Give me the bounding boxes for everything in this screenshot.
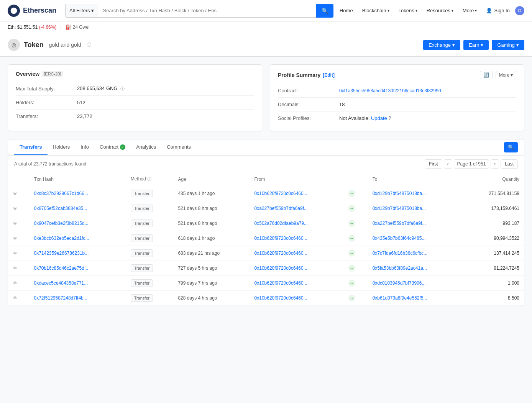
tab-contract[interactable]: Contract ✓: [94, 139, 131, 155]
row-eye-icon[interactable]: 👁: [13, 191, 18, 197]
row-eye-icon[interactable]: 👁: [13, 251, 18, 256]
next-page-button[interactable]: ›: [491, 159, 499, 169]
nav-more-caret: ▾: [475, 8, 477, 13]
row-hash-link[interactable]: 0x70b16c85d46c2ae75d...: [34, 265, 88, 271]
search-button[interactable]: 🔍: [316, 4, 333, 18]
row-hash-link[interactable]: 0xe3bcb632eb5eca2d1fc...: [34, 236, 89, 241]
row-eye-icon[interactable]: 👁: [13, 280, 18, 286]
earn-button[interactable]: Earn ▾: [463, 40, 489, 50]
first-page-button[interactable]: First: [425, 159, 442, 169]
row-eye-cell: 👁: [8, 201, 29, 216]
row-hash-cell: 0xe3bcb632eb5eca2d1fc...: [29, 231, 126, 246]
row-eye-icon[interactable]: 👁: [13, 265, 18, 271]
row-method-badge: Transfer: [131, 294, 153, 302]
row-from-link[interactable]: 0x10b620f9720c0c6460...: [255, 251, 307, 256]
nav-home[interactable]: Home: [336, 5, 357, 16]
row-eye-cell: 👁: [8, 216, 29, 231]
row-arrow-cell: →: [344, 291, 368, 306]
profile-more-button[interactable]: 🔄: [480, 71, 493, 79]
col-hash: Txn Hash: [29, 172, 126, 186]
table-row: 👁 0x7142359e266786231b... Transfer 683 d…: [8, 246, 524, 261]
row-from-link[interactable]: 0x10b620f9720c0c6460...: [255, 265, 307, 271]
row-from-link[interactable]: 0x10b620f9720c0c6460...: [255, 191, 307, 196]
row-method-cell: Transfer: [126, 261, 174, 276]
row-age-cell: 799 days 7 hrs ago: [173, 276, 250, 291]
row-from-cell: 0x10b620f9720c0c6460...: [250, 276, 344, 291]
row-to-link[interactable]: 0x435e5b7b63f64c9485...: [373, 236, 426, 241]
row-to-link[interactable]: 0x5fa53bb60f89e2ac41a...: [373, 265, 427, 271]
tab-info[interactable]: Info: [75, 139, 94, 155]
token-subtitle: gold and gold: [49, 42, 81, 48]
row-to-link[interactable]: 0xdc0103945d7bf73906...: [373, 280, 426, 286]
nav-resources[interactable]: Resources ▾: [423, 5, 457, 16]
row-hash-cell: 0x9047cefb3e2f3b8215d...: [29, 216, 126, 231]
row-method-badge: Transfer: [131, 190, 153, 197]
row-hash-cell: 0x7142359e266786231b...: [29, 246, 126, 261]
logo[interactable]: Etherscan: [8, 5, 56, 17]
row-from-cell: 0x502a76d02dfaeb9a79...: [250, 216, 344, 231]
row-hash-link[interactable]: 0xd8c37b2929667c1d66...: [34, 191, 88, 196]
row-eye-icon[interactable]: 👁: [13, 206, 18, 211]
token-info-icon[interactable]: ⓘ: [87, 42, 91, 48]
update-social-link[interactable]: Update: [371, 115, 387, 121]
row-hash-link[interactable]: 0xdacec5ce484358e771...: [34, 280, 88, 286]
row-eye-icon[interactable]: 👁: [13, 236, 18, 241]
row-to-link[interactable]: 0x7c7fda6fd16b36c6cfbc...: [373, 251, 427, 256]
tab-comments[interactable]: Comments: [161, 139, 196, 155]
table-row: 👁 0x72f5129587248d7ff4b... Transfer 828 …: [8, 291, 524, 306]
nav-tokens[interactable]: Tokens ▾: [395, 5, 421, 16]
tab-transfers[interactable]: Transfers: [14, 139, 48, 155]
row-eye-icon[interactable]: 👁: [13, 295, 18, 301]
filter-dropdown[interactable]: All Filters ▾: [65, 4, 98, 18]
search-input[interactable]: [98, 4, 316, 18]
supply-info-icon[interactable]: ⓘ: [120, 86, 125, 91]
row-method-cell: Transfer: [126, 186, 174, 201]
prev-page-button[interactable]: ‹: [444, 159, 452, 169]
row-quantity-cell: 993,187: [464, 216, 524, 231]
nav-blockchain[interactable]: Blockchain ▾: [358, 5, 393, 16]
row-to-link[interactable]: 0xb61d373a8f9e4e552f5...: [373, 295, 427, 301]
gaming-button[interactable]: Gaming ▾: [492, 40, 524, 50]
row-hash-link[interactable]: 0x9047cefb3e2f3b8215d...: [34, 221, 88, 226]
exchange-button[interactable]: Exchange ▾: [423, 40, 460, 50]
row-to-cell: 0xd129b7df64875018ba...: [368, 201, 464, 216]
tx-summary: A total of 23,772 transactions found: [14, 161, 86, 167]
row-from-link[interactable]: 0xa227bef559b7dfa6a9f...: [255, 206, 308, 211]
more-options-button[interactable]: More ▾: [496, 71, 516, 79]
row-hash-link[interactable]: 0x7142359e266786231b...: [34, 251, 89, 256]
tab-holders[interactable]: Holders: [48, 139, 76, 155]
contract-verified-badge: ✓: [120, 144, 125, 150]
last-page-button[interactable]: Last: [501, 159, 518, 169]
row-direction-icon: →: [348, 280, 355, 287]
row-from-link[interactable]: 0x10b620f9720c0c6460...: [255, 236, 307, 241]
tab-analytics[interactable]: Analytics: [131, 139, 161, 155]
row-arrow-cell: →: [344, 231, 368, 246]
row-to-link[interactable]: 0xd129b7df64875018ba...: [373, 191, 426, 196]
row-from-link[interactable]: 0x10b620f9720c0c6460...: [255, 280, 307, 286]
earn-caret-icon: ▾: [481, 42, 483, 48]
row-from-link[interactable]: 0x502a76d02dfaeb9a79...: [255, 221, 308, 226]
sign-in-button[interactable]: 👤 Sign In: [482, 6, 513, 15]
table-row: 👁 0x70b16c85d46c2ae75d... Transfer 727 d…: [8, 261, 524, 276]
row-hash-link[interactable]: 0x72f5129587248d7ff4b...: [34, 295, 87, 301]
tab-search-button[interactable]: 🔍: [504, 142, 518, 152]
edit-link[interactable]: [Edit]: [323, 72, 335, 78]
row-direction-icon: →: [348, 235, 355, 242]
row-method-cell: Transfer: [126, 291, 174, 306]
row-eye-icon[interactable]: 👁: [13, 221, 18, 226]
row-hash-link[interactable]: 0x8705ef52cab3884e35...: [34, 206, 87, 211]
info-cards: Overview [ERC-20] Max Total Supply: 208,…: [8, 64, 524, 131]
col-age: Age: [173, 172, 250, 186]
eth-network-icon[interactable]: ⬡: [515, 6, 524, 15]
row-eye-cell: 👁: [8, 246, 29, 261]
contract-link[interactable]: 0xf1a355cc5953a5c04130f221b6ccad13c3f829…: [339, 88, 441, 93]
method-info-icon[interactable]: ⓘ: [147, 177, 151, 181]
row-to-link[interactable]: 0xd129b7df64875018ba...: [373, 206, 426, 211]
nav-more[interactable]: More ▾: [459, 5, 481, 16]
exchange-caret-icon: ▾: [452, 42, 455, 48]
row-from-link[interactable]: 0x10b620f9720c0c6460...: [255, 295, 307, 301]
row-age-cell: 521 days 8 hrs ago: [173, 201, 250, 216]
row-to-link[interactable]: 0xa227bef559b7dfa6a9f...: [373, 221, 426, 226]
row-quantity-cell: 1,000: [464, 276, 524, 291]
row-to-cell: 0x435e5b7b63f64c9485...: [368, 231, 464, 246]
